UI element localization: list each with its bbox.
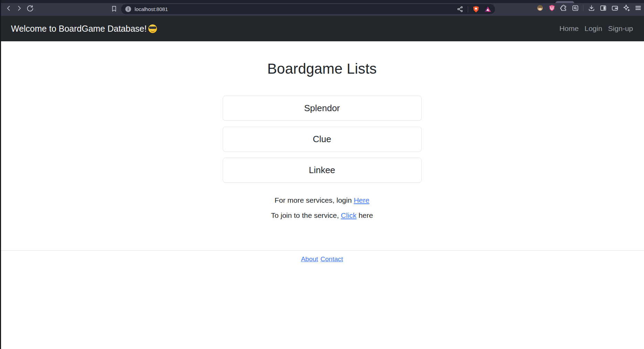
browser-menu-button[interactable] (634, 4, 642, 12)
forward-button[interactable] (15, 4, 23, 12)
footer-link-contact[interactable]: Contact (320, 255, 343, 263)
leo-ai-button[interactable] (623, 4, 630, 12)
back-button[interactable] (5, 4, 12, 12)
screen: i localhost:8081 (0, 0, 644, 349)
game-card-label: Splendor (304, 103, 340, 114)
main-content: Boardgame Lists Splendor Clue Linkee For… (0, 41, 644, 263)
toolbar-separator (583, 5, 583, 11)
brave-shields-button[interactable] (472, 6, 480, 13)
game-card-label: Clue (313, 134, 331, 145)
puzzle-icon (560, 4, 567, 12)
wallet-button[interactable] (611, 4, 619, 12)
game-list: Splendor Clue Linkee (223, 96, 422, 183)
nav-link-home[interactable]: Home (557, 24, 581, 33)
box-search-icon (572, 4, 579, 12)
browser-toolbar: i localhost:8081 (0, 0, 644, 16)
bat-rewards-icon (484, 6, 492, 13)
brave-rewards-button[interactable] (484, 6, 492, 13)
footer-divider (0, 250, 644, 251)
sunglasses-emoji-icon (148, 24, 157, 33)
monkey-icon (536, 4, 544, 12)
search-tabs-button[interactable] (571, 4, 579, 12)
site-info-icon[interactable]: i (125, 6, 131, 12)
join-click-link[interactable]: Click (341, 211, 357, 219)
urlbar-separator (468, 6, 468, 12)
join-sentence-suffix: here (357, 211, 373, 219)
ublock-extension-button[interactable] (548, 4, 556, 12)
address-bar[interactable]: i localhost:8081 (121, 4, 495, 14)
bookmark-icon (111, 6, 117, 12)
sidebar-icon (600, 4, 607, 12)
nav-link-login[interactable]: Login (582, 24, 605, 33)
game-card-clue[interactable]: Clue (223, 127, 422, 152)
sidebar-button[interactable] (599, 4, 607, 12)
login-sentence: For more services, login Here (0, 196, 644, 204)
ublock-shield-icon (548, 4, 556, 12)
download-icon (588, 4, 595, 12)
share-button[interactable] (456, 6, 464, 13)
url-text[interactable]: localhost:8081 (135, 6, 456, 12)
sparkle-icon (623, 4, 630, 12)
join-sentence-text: To join to the service, (271, 211, 341, 219)
login-sentence-text: For more services, login (275, 196, 354, 204)
game-card-linkee[interactable]: Linkee (223, 158, 422, 183)
navbar-brand[interactable]: Welcome to BoardGame Database! (11, 24, 157, 34)
join-sentence: To join to the service, Click here (0, 211, 644, 220)
reload-icon (27, 5, 34, 12)
browser-tab[interactable] (556, 1, 574, 3)
login-here-link[interactable]: Here (354, 196, 370, 204)
forward-icon (16, 5, 23, 12)
tampermonkey-extension-button[interactable] (536, 4, 544, 12)
game-card-splendor[interactable]: Splendor (223, 96, 422, 121)
footer-link-about[interactable]: About (301, 255, 318, 263)
share-icon (457, 6, 463, 12)
downloads-button[interactable] (588, 4, 595, 12)
site-navbar: Welcome to BoardGame Database! Home Logi… (0, 16, 644, 41)
page-title: Boardgame Lists (0, 61, 644, 77)
game-card-label: Linkee (309, 165, 335, 176)
reload-button[interactable] (26, 4, 34, 12)
extensions-button[interactable] (560, 4, 567, 12)
footer-links: About Contact (0, 255, 644, 263)
brave-shield-icon (472, 6, 480, 13)
wallet-icon (611, 4, 619, 12)
window-edge (0, 0, 1, 349)
nav-link-signup[interactable]: Sign-up (605, 24, 636, 33)
back-icon (5, 5, 12, 12)
navbar-links: Home Login Sign-up (556, 24, 636, 33)
hamburger-menu-icon (634, 4, 642, 12)
bookmarks-button[interactable] (110, 5, 118, 12)
navbar-brand-text: Welcome to BoardGame Database! (11, 24, 147, 34)
tab-strip (0, 0, 644, 3)
